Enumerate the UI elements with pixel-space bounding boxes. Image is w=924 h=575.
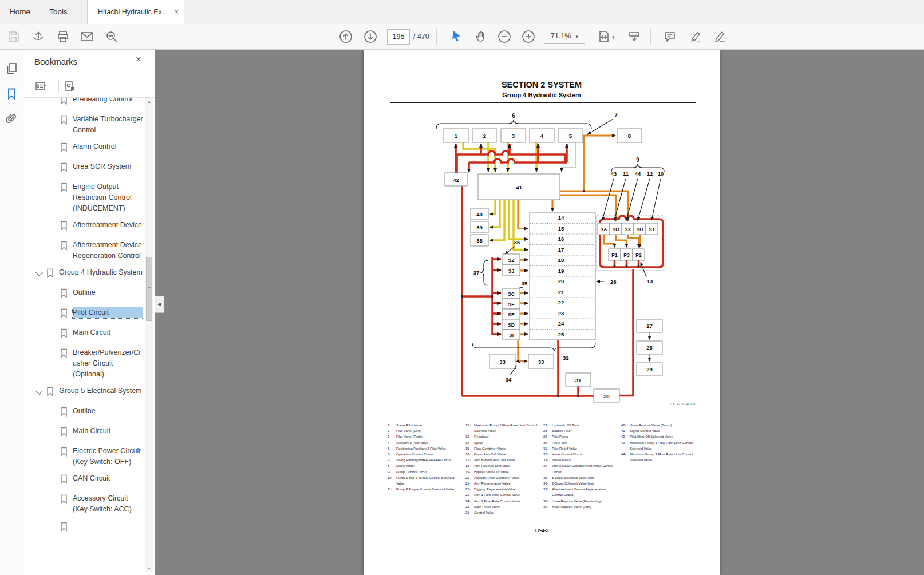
svg-text:SD: SD bbox=[508, 322, 515, 328]
legend-item: 13-Regulator bbox=[465, 434, 543, 439]
bookmark-options-icon[interactable] bbox=[34, 80, 48, 93]
svg-text:27: 27 bbox=[646, 323, 653, 329]
diagram-boxes: 1 2 3 4 5 8 42 41 40 39 38 SZ SJ SC SF S… bbox=[444, 112, 696, 406]
legend-item: 22-Digging Regenerative Valve bbox=[465, 486, 543, 492]
tab-home[interactable]: Home bbox=[3, 0, 37, 24]
bookmark-item[interactable]: Pilot Circuit bbox=[23, 307, 143, 322]
search-icon[interactable] bbox=[105, 30, 119, 43]
legend-item: 38-Hose Rupture Valve (Positioning) bbox=[543, 498, 621, 504]
zoom-out-icon[interactable] bbox=[497, 30, 511, 43]
tab-document[interactable]: Hitachi Hydraulic Ex... × bbox=[87, 0, 184, 24]
legend-item: 41-Signal Control Valve bbox=[621, 428, 699, 434]
legend-item: 7-Swing Parking Brake Release Circuit bbox=[388, 457, 465, 463]
svg-text:17: 17 bbox=[558, 247, 564, 253]
svg-text:9: 9 bbox=[636, 157, 639, 163]
hand-tool-icon[interactable] bbox=[474, 30, 488, 43]
legend-item: 23-Arm 1 Flow Rate Control Valve bbox=[465, 492, 543, 498]
svg-text:4: 4 bbox=[540, 133, 544, 139]
svg-text:18: 18 bbox=[558, 257, 564, 263]
page-thumbnails-icon[interactable] bbox=[5, 62, 18, 76]
svg-text:SB: SB bbox=[637, 227, 643, 232]
bookmark-item[interactable]: Aftertreatment Device bbox=[23, 220, 143, 234]
bookmark-label: Engine Output Restriction Control (INDUC… bbox=[73, 181, 143, 214]
zoom-in-icon[interactable] bbox=[522, 30, 535, 43]
toolbar-collapse-icon[interactable] bbox=[627, 30, 641, 43]
bookmark-item[interactable]: Main Circuit bbox=[23, 426, 143, 440]
bookmark-item[interactable]: Main Circuit bbox=[23, 327, 143, 342]
svg-text:SJ: SJ bbox=[508, 268, 515, 274]
print-icon[interactable] bbox=[56, 30, 70, 43]
collapse-panel-handle[interactable]: ◀ bbox=[155, 296, 164, 313]
svg-text:16: 16 bbox=[558, 236, 564, 242]
bookmark-item[interactable]: CAN Circuit bbox=[23, 473, 143, 487]
attachments-icon[interactable] bbox=[5, 112, 18, 126]
save-icon[interactable] bbox=[7, 30, 21, 43]
scrollbar-thumb[interactable] bbox=[146, 257, 152, 321]
bookmark-item[interactable]: Group 5 Electrical System bbox=[23, 386, 143, 400]
document-canvas[interactable]: SECTION 2 SYSTEM Group 4 Hydraulic Syste… bbox=[155, 49, 924, 575]
legend-item: 43-Maximum Pump 1 Flow Rate Limit Contro… bbox=[621, 440, 699, 451]
svg-text:30: 30 bbox=[603, 393, 610, 399]
bookmark-icon bbox=[60, 473, 68, 487]
select-tool-icon[interactable] bbox=[450, 30, 464, 43]
comment-icon[interactable] bbox=[663, 30, 677, 43]
svg-text:SA: SA bbox=[601, 227, 607, 232]
scroll-up-icon[interactable]: ▲ bbox=[145, 98, 153, 105]
bookmark-icon bbox=[60, 347, 68, 380]
chevron-down-icon[interactable] bbox=[35, 387, 43, 395]
svg-text:37: 37 bbox=[473, 269, 480, 276]
bookmark-item[interactable]: Outline bbox=[23, 287, 143, 302]
svg-text:20: 20 bbox=[558, 278, 564, 284]
bookmark-item[interactable]: Engine Output Restriction Control (INDUC… bbox=[23, 181, 143, 214]
bookmark-label: Aftertreatment Device Regeneration Contr… bbox=[73, 240, 143, 261]
svg-text:6: 6 bbox=[512, 113, 515, 119]
next-page-icon[interactable] bbox=[364, 30, 377, 43]
bookmark-item[interactable]: Alarm Control bbox=[23, 141, 143, 156]
fill-sign-pen-icon[interactable] bbox=[713, 30, 727, 43]
bookmark-label: Variable Turbocharger Control bbox=[73, 114, 143, 136]
bookmark-item[interactable]: Accessory Circuit (Key Switch: ACC) bbox=[23, 493, 143, 515]
bookmark-item[interactable]: Breaker/Pulverizer/Crusher Circuit (Opti… bbox=[23, 347, 143, 380]
close-panel-icon[interactable]: × bbox=[133, 54, 144, 65]
bookmark-label: Main Circuit bbox=[73, 426, 143, 440]
bookmarks-panel-icon[interactable] bbox=[5, 87, 18, 101]
svg-text:12: 12 bbox=[647, 170, 653, 177]
toolbar-divider bbox=[436, 29, 437, 45]
bookmark-icon bbox=[46, 267, 54, 281]
bookmark-item[interactable]: Electric Power Circuit (Key Switch: OFF) bbox=[23, 446, 143, 467]
bookmark-item[interactable]: Urea SCR System bbox=[23, 161, 143, 176]
bookmark-item[interactable]: Variable Turbocharger Control bbox=[23, 114, 143, 136]
bookmark-icon bbox=[60, 426, 68, 440]
legend-item: 31-Pilot Relief Valve bbox=[543, 446, 621, 451]
svg-text:38: 38 bbox=[476, 237, 483, 244]
fit-width-icon[interactable] bbox=[597, 30, 611, 43]
bookmark-item[interactable]: Aftertreatment Device Regeneration Contr… bbox=[23, 240, 143, 261]
chevron-down-icon[interactable] bbox=[35, 269, 43, 276]
zoom-level-dropdown[interactable]: 71.1%▾ bbox=[544, 29, 585, 44]
bookmark-label: Accessory Circuit (Key Switch: ACC) bbox=[73, 493, 143, 515]
bookmark-item[interactable]: Group 4 Hydraulic System bbox=[23, 267, 143, 281]
bookmark-item[interactable]: Preheating Control bbox=[23, 98, 143, 108]
bookmark-item[interactable]: Outline bbox=[23, 406, 143, 420]
legend-item: 9-Pump Control Circuit bbox=[388, 469, 465, 475]
expand-current-bookmark-icon[interactable] bbox=[63, 80, 77, 93]
legend-item: 16-Boom Anti-Drift Valve bbox=[465, 451, 543, 457]
scroll-down-icon[interactable]: ▼ bbox=[145, 565, 153, 572]
svg-text:SC: SC bbox=[508, 291, 515, 297]
previous-page-icon[interactable] bbox=[339, 30, 353, 43]
close-tab-icon[interactable]: × bbox=[174, 0, 179, 24]
caret-down-icon[interactable]: ▾ bbox=[612, 34, 615, 40]
svg-text:SF: SF bbox=[508, 302, 515, 307]
bookmarks-scrollbar[interactable]: ▲ ▼ bbox=[145, 98, 153, 572]
legend-item: 30-Pilot Filter bbox=[543, 440, 621, 446]
toolbar: 195 / 470 71.1%▾ ▾ bbox=[0, 24, 924, 50]
highlighter-icon[interactable] bbox=[689, 30, 702, 43]
bookmark-item[interactable] bbox=[23, 521, 143, 535]
email-icon[interactable] bbox=[80, 30, 94, 43]
legend-item: 35-5-Spool Solenoid Valve Unit bbox=[543, 475, 621, 481]
legend-item: 34-Travel Motor Displacement Angle Contr… bbox=[543, 463, 621, 474]
bookmark-label: Pilot Circuit bbox=[73, 307, 143, 318]
tab-tools[interactable]: Tools bbox=[41, 0, 76, 24]
share-upload-icon[interactable] bbox=[31, 30, 45, 43]
page-number-input[interactable]: 195 bbox=[387, 29, 410, 45]
